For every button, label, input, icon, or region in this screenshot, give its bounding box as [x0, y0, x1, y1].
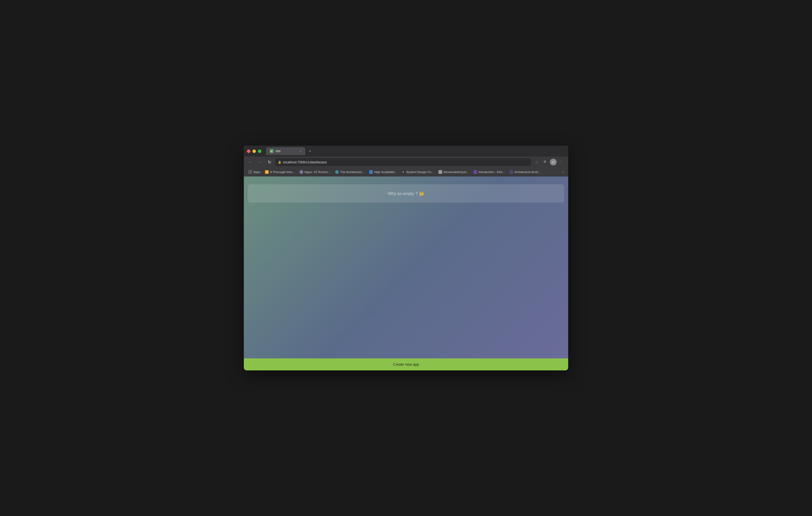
create-new-app-button[interactable]: Create new app — [393, 362, 419, 366]
bookmark-intro-elixir[interactable]: Introduction - Elixi... — [471, 169, 507, 175]
bookmark-donnemartin-icon — [438, 170, 442, 174]
tabs-bar: e ette × + — [266, 147, 565, 155]
back-button[interactable]: ← — [247, 158, 254, 166]
browser-window: e ette × + ← → ↻ 🔒 localhost:7000/v1/das… — [244, 146, 568, 370]
empty-message: Why so empty ? 🤔 — [388, 191, 424, 196]
bookmark-high-scalability[interactable]: High Scalability - — [367, 169, 399, 175]
forward-button[interactable]: → — [256, 158, 264, 166]
bookmark-donnemartin-label: donnemartin/syst... — [443, 171, 469, 174]
bookmarks-bar: Apps A A Thorough Intro... fogus: 10 Tec… — [244, 168, 568, 177]
bookmark-architecture-icon — [335, 170, 339, 174]
bookmark-system-design[interactable]: ● System Design Ch... — [399, 169, 436, 175]
new-tab-button[interactable]: + — [306, 147, 314, 155]
apps-grid-icon — [249, 170, 252, 174]
bookmark-fogus-label: fogus: 10 Technic... — [304, 171, 330, 174]
bookmark-donnemartin[interactable]: donnemartin/syst... — [436, 169, 471, 175]
toolbar: ← → ↻ 🔒 localhost:7000/v1/dashboard ☆ U … — [244, 157, 568, 168]
user-avatar[interactable]: U — [550, 159, 557, 165]
bookmark-architecture-label: The Architecture... — [340, 171, 365, 174]
toolbar-right: ☆ U ⋮ — [533, 158, 565, 166]
bookmark-architecture-archi[interactable]: Architecture Archi... — [508, 169, 543, 175]
minimize-button[interactable] — [253, 150, 256, 153]
bookmark-thorough-intro[interactable]: A A Thorough Intro... — [263, 169, 297, 175]
tab-title: ette — [276, 149, 297, 153]
page-content: Why so empty ? 🤔 Create new app — [244, 177, 568, 370]
bookmark-fogus[interactable]: fogus: 10 Technic... — [297, 169, 332, 175]
tab-favicon: e — [270, 149, 273, 153]
traffic-lights — [247, 150, 261, 153]
active-tab[interactable]: e ette × — [266, 147, 305, 155]
bookmark-hs-icon — [369, 170, 373, 174]
bookmark-apps[interactable]: Apps — [246, 169, 262, 175]
bookmark-thorough-icon: A — [265, 170, 269, 174]
bookmark-star-button[interactable]: ☆ — [533, 158, 541, 166]
bookmark-arch2-label: Architecture Archi... — [515, 171, 541, 174]
bookmark-gh-icon: ● — [401, 170, 405, 174]
bookmarks-more-button[interactable]: » — [560, 169, 566, 175]
tab-close-button[interactable]: × — [299, 149, 301, 153]
bookmark-elixir-icon — [473, 170, 477, 174]
address-text: localhost:7000/v1/dashboard — [283, 160, 326, 164]
close-button[interactable] — [247, 150, 250, 153]
extensions-button[interactable] — [542, 158, 549, 166]
maximize-button[interactable] — [258, 150, 261, 153]
lock-icon: 🔒 — [278, 160, 282, 164]
dashboard-card: Why so empty ? 🤔 — [248, 184, 564, 203]
bookmark-system-design-label: System Design Ch... — [406, 171, 434, 174]
bookmark-architecture[interactable]: The Architecture... — [333, 169, 367, 175]
bookmark-fogus-icon — [299, 170, 303, 174]
bookmark-arch2-icon — [510, 170, 513, 174]
page-footer: Create new app — [244, 358, 568, 370]
bookmark-hs-label: High Scalability - — [374, 171, 397, 174]
menu-button[interactable]: ⋮ — [558, 158, 565, 166]
bookmark-apps-label: Apps — [254, 171, 260, 174]
title-bar: e ette × + — [244, 146, 568, 157]
address-bar[interactable]: 🔒 localhost:7000/v1/dashboard — [275, 158, 531, 166]
bookmark-intro-elixir-label: Introduction - Elixi... — [478, 171, 505, 174]
reload-button[interactable]: ↻ — [266, 158, 273, 166]
bookmark-thorough-label: A Thorough Intro... — [270, 171, 295, 174]
